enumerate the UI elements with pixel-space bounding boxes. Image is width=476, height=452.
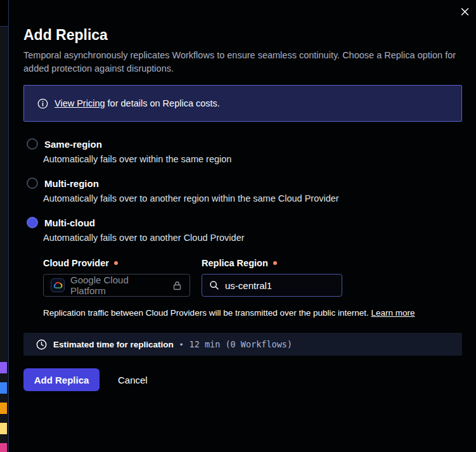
option-same-region: Same-region Automatically fails over wit… [23, 138, 462, 164]
radio-multi-cloud[interactable] [27, 217, 38, 228]
cloud-provider-field: Cloud Provider [43, 258, 190, 297]
replica-region-searchbox [202, 274, 342, 297]
required-dot [114, 261, 118, 265]
google-cloud-logo-icon [51, 278, 65, 292]
replica-region-field: Replica Region [202, 258, 342, 297]
learn-more-link[interactable]: Learn more [371, 308, 415, 318]
estimate-separator: • [180, 340, 183, 349]
close-button[interactable] [459, 6, 470, 17]
background-border-horizontal [0, 26, 8, 27]
banner-text-rest: for details on Replica costs. [105, 98, 220, 108]
estimate-banner: Estimated time for replication • 12 min … [23, 333, 462, 356]
pricing-info-banner: View Pricing for details on Replica cost… [23, 85, 462, 122]
add-replica-button[interactable]: Add Replica [23, 368, 100, 391]
public-internet-note: Replication traffic between Cloud Provid… [43, 308, 462, 318]
clock-icon [36, 339, 47, 350]
lock-icon [172, 280, 183, 291]
replica-region-input[interactable] [225, 280, 351, 291]
note-text: Replication traffic between Cloud Provid… [43, 308, 371, 318]
background-page-edge [0, 0, 9, 452]
banner-text: View Pricing for details on Replica cost… [55, 98, 220, 108]
close-icon [460, 7, 470, 16]
multi-cloud-settings: Cloud Provider [43, 258, 462, 318]
view-pricing-link[interactable]: View Pricing [55, 98, 105, 108]
replica-region-label: Replica Region [202, 258, 342, 268]
option-multi-region: Multi-region Automatically fails over to… [23, 178, 462, 203]
color-stripe [0, 443, 7, 452]
modal-actions: Add Replica Cancel [23, 368, 462, 391]
radio-multi-region[interactable] [27, 178, 38, 189]
color-stripe [0, 423, 7, 434]
color-stripe [0, 403, 7, 414]
info-icon [37, 98, 48, 109]
option-label: Multi-cloud [44, 217, 95, 228]
cloud-provider-value: Google Cloud Platform [70, 274, 166, 296]
radio-same-region[interactable] [27, 138, 38, 150]
option-description: Automatically fails over within the same… [43, 154, 462, 164]
option-description: Automatically fails over to another Clou… [43, 233, 462, 243]
option-label: Same-region [44, 139, 102, 150]
estimate-value: 12 min (0 Workflows) [190, 339, 293, 349]
search-icon [209, 280, 219, 290]
required-dot [273, 261, 277, 265]
color-stripe [0, 362, 7, 373]
field-label-text: Cloud Provider [43, 258, 109, 268]
estimate-label: Estimated time for replication [53, 340, 174, 349]
option-description: Automatically fails over to another regi… [43, 193, 462, 203]
modal-description: Temporal asynchronously replicates Workf… [23, 49, 462, 75]
cloud-provider-select: Google Cloud Platform [43, 274, 190, 297]
color-stripe [0, 382, 7, 394]
option-label: Multi-region [44, 178, 99, 189]
add-replica-modal: Add Replica Temporal asynchronously repl… [9, 0, 476, 452]
option-multi-cloud: Multi-cloud Automatically fails over to … [23, 217, 462, 318]
cancel-button[interactable]: Cancel [118, 375, 148, 385]
replica-option-group: Same-region Automatically fails over wit… [23, 138, 462, 318]
field-label-text: Replica Region [202, 258, 268, 268]
page-title: Add Replica [23, 27, 462, 43]
cloud-provider-label: Cloud Provider [43, 258, 190, 268]
